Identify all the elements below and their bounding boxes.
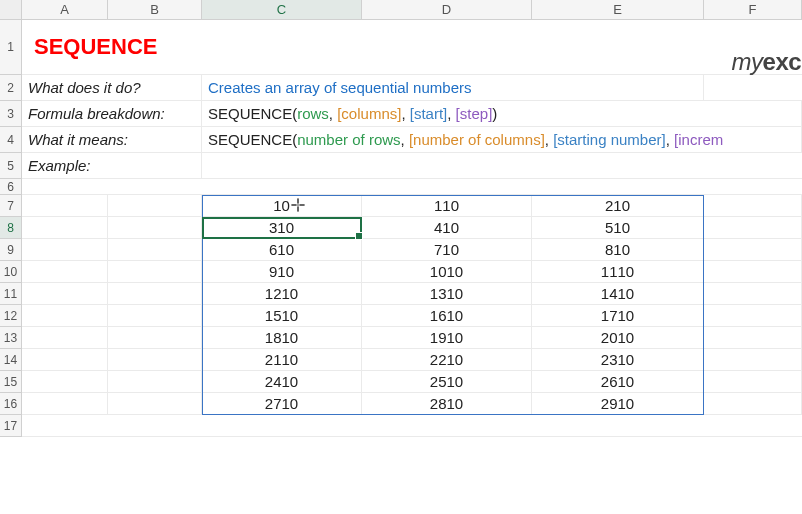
cell-e10[interactable]: 1110 — [532, 261, 704, 282]
row-13[interactable]: 181019102010 — [22, 327, 802, 349]
cell-f11[interactable] — [704, 283, 802, 304]
cell-e13[interactable]: 2010 — [532, 327, 704, 348]
cell-f10[interactable] — [704, 261, 802, 282]
row-8[interactable]: 310410510 — [22, 217, 802, 239]
cell-f7[interactable] — [704, 195, 802, 216]
cell-a12[interactable] — [22, 305, 108, 326]
cell-c10[interactable]: 910 — [202, 261, 362, 282]
row-16[interactable]: 271028102910 — [22, 393, 802, 415]
cell-d14[interactable]: 2210 — [362, 349, 532, 370]
row-12[interactable]: 151016101710 — [22, 305, 802, 327]
cell-f12[interactable] — [704, 305, 802, 326]
row-header-16[interactable]: 16 — [0, 393, 21, 415]
cell-a2[interactable]: What does it do? — [22, 75, 202, 100]
cell-a4[interactable]: What it means: — [22, 127, 202, 152]
cell-c11[interactable]: 1210 — [202, 283, 362, 304]
cell-c16[interactable]: 2710 — [202, 393, 362, 414]
row-15[interactable]: 241025102610 — [22, 371, 802, 393]
cell-a9[interactable] — [22, 239, 108, 260]
cell-a15[interactable] — [22, 371, 108, 392]
cell-d7[interactable]: 110 — [362, 195, 532, 216]
cell-a7[interactable] — [22, 195, 108, 216]
row-7[interactable]: 10110210 — [22, 195, 802, 217]
cell-e12[interactable]: 1710 — [532, 305, 704, 326]
row-header-4[interactable]: 4 — [0, 127, 21, 153]
cell-a13[interactable] — [22, 327, 108, 348]
cell-b15[interactable] — [108, 371, 202, 392]
cell-f8[interactable] — [704, 217, 802, 238]
cell-b11[interactable] — [108, 283, 202, 304]
row-header-8[interactable]: 8 — [0, 217, 21, 239]
row-2[interactable]: What does it do? Creates an array of seq… — [22, 75, 802, 101]
row-header-1[interactable]: 1 — [0, 20, 21, 75]
cell-b16[interactable] — [108, 393, 202, 414]
column-header-e[interactable]: E — [532, 0, 704, 19]
cell-c9[interactable]: 610 — [202, 239, 362, 260]
cell-a14[interactable] — [22, 349, 108, 370]
cell-d12[interactable]: 1610 — [362, 305, 532, 326]
row-header-17[interactable]: 17 — [0, 415, 21, 437]
row-3[interactable]: Formula breakdown: SEQUENCE(rows, [colum… — [22, 101, 802, 127]
row-header-13[interactable]: 13 — [0, 327, 21, 349]
cell-c8[interactable]: 310 — [202, 217, 362, 238]
row-header-11[interactable]: 11 — [0, 283, 21, 305]
cell-b14[interactable] — [108, 349, 202, 370]
cell-a1[interactable]: SEQUENCE — [22, 20, 108, 74]
cell-d13[interactable]: 1910 — [362, 327, 532, 348]
row-header-14[interactable]: 14 — [0, 349, 21, 371]
cell-e8[interactable]: 510 — [532, 217, 704, 238]
cell-b7[interactable] — [108, 195, 202, 216]
row-17[interactable] — [22, 415, 802, 437]
row-4[interactable]: What it means: SEQUENCE(number of rows, … — [22, 127, 802, 153]
cell-a8[interactable] — [22, 217, 108, 238]
cell-c14[interactable]: 2110 — [202, 349, 362, 370]
column-header-d[interactable]: D — [362, 0, 532, 19]
cell-e7[interactable]: 210 — [532, 195, 704, 216]
row-header-7[interactable]: 7 — [0, 195, 21, 217]
row-header-6[interactable]: 6 — [0, 179, 21, 195]
column-header-c[interactable]: C — [202, 0, 362, 19]
row-10[interactable]: 91010101110 — [22, 261, 802, 283]
cell-b12[interactable] — [108, 305, 202, 326]
row-9[interactable]: 610710810 — [22, 239, 802, 261]
cell-c12[interactable]: 1510 — [202, 305, 362, 326]
column-header-f[interactable]: F — [704, 0, 802, 19]
cell-a10[interactable] — [22, 261, 108, 282]
cell-d11[interactable]: 1310 — [362, 283, 532, 304]
cell-d8[interactable]: 410 — [362, 217, 532, 238]
row-header-5[interactable]: 5 — [0, 153, 21, 179]
column-header-b[interactable]: B — [108, 0, 202, 19]
cell-b13[interactable] — [108, 327, 202, 348]
row-header-15[interactable]: 15 — [0, 371, 21, 393]
cell-c13[interactable]: 1810 — [202, 327, 362, 348]
cell-c2[interactable]: Creates an array of sequential numbers — [202, 75, 704, 100]
cell-b10[interactable] — [108, 261, 202, 282]
cell-c15[interactable]: 2410 — [202, 371, 362, 392]
cell-e16[interactable]: 2910 — [532, 393, 704, 414]
cell-a11[interactable] — [22, 283, 108, 304]
cell-a16[interactable] — [22, 393, 108, 414]
cell-d9[interactable]: 710 — [362, 239, 532, 260]
cell-b9[interactable] — [108, 239, 202, 260]
row-header-10[interactable]: 10 — [0, 261, 21, 283]
row-1[interactable]: SEQUENCE — [22, 20, 802, 75]
cell-c4[interactable]: SEQUENCE(number of rows, [number of colu… — [202, 127, 802, 152]
row-header-9[interactable]: 9 — [0, 239, 21, 261]
cell-f13[interactable] — [704, 327, 802, 348]
cell-e15[interactable]: 2610 — [532, 371, 704, 392]
cell-a3[interactable]: Formula breakdown: — [22, 101, 202, 126]
row-header-12[interactable]: 12 — [0, 305, 21, 327]
column-header-a[interactable]: A — [22, 0, 108, 19]
cell-f14[interactable] — [704, 349, 802, 370]
row-14[interactable]: 211022102310 — [22, 349, 802, 371]
cell-e11[interactable]: 1410 — [532, 283, 704, 304]
cell-f16[interactable] — [704, 393, 802, 414]
cell-f15[interactable] — [704, 371, 802, 392]
row-header-2[interactable]: 2 — [0, 75, 21, 101]
row-header-3[interactable]: 3 — [0, 101, 21, 127]
cell-d10[interactable]: 1010 — [362, 261, 532, 282]
row-5[interactable]: Example: — [22, 153, 802, 179]
select-all-corner[interactable] — [0, 0, 22, 19]
cell-f9[interactable] — [704, 239, 802, 260]
cell-c3[interactable]: SEQUENCE(rows, [columns], [start], [step… — [202, 101, 802, 126]
